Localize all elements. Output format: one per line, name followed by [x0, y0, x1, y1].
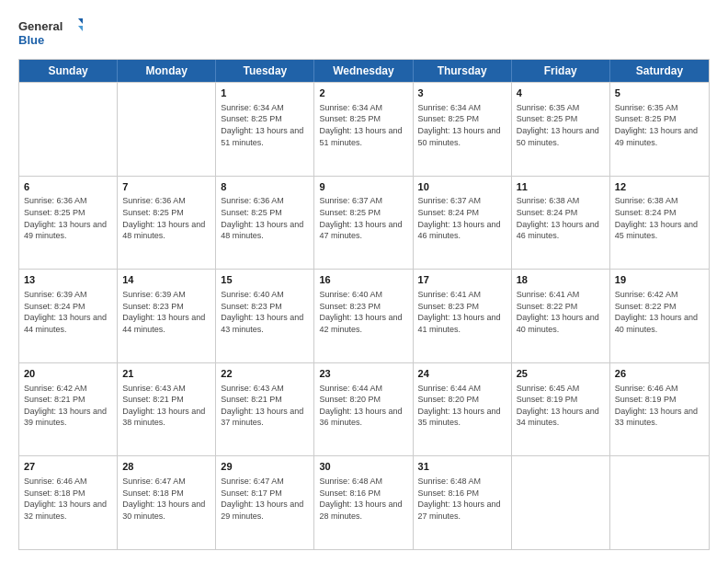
cell-info: Sunrise: 6:46 AMSunset: 8:19 PMDaylight:…	[615, 384, 698, 428]
cell-info: Sunrise: 6:47 AMSunset: 8:17 PMDaylight:…	[221, 477, 303, 521]
day-number: 22	[221, 367, 309, 381]
calendar-cell: 26 Sunrise: 6:46 AMSunset: 8:19 PMDaylig…	[610, 363, 709, 456]
calendar-cell: 19 Sunrise: 6:42 AMSunset: 8:22 PMDaylig…	[610, 270, 709, 362]
calendar-cell: 23 Sunrise: 6:44 AMSunset: 8:20 PMDaylig…	[314, 363, 413, 456]
calendar-cell: 2 Sunrise: 6:34 AMSunset: 8:25 PMDayligh…	[314, 83, 413, 176]
cell-info: Sunrise: 6:38 AMSunset: 8:24 PMDaylight:…	[615, 196, 698, 240]
calendar-cell: 30 Sunrise: 6:48 AMSunset: 8:16 PMDaylig…	[314, 456, 413, 549]
cell-info: Sunrise: 6:42 AMSunset: 8:22 PMDaylight:…	[615, 290, 698, 334]
calendar-cell: 29 Sunrise: 6:47 AMSunset: 8:17 PMDaylig…	[216, 456, 314, 549]
day-number: 27	[24, 460, 112, 474]
calendar-cell: 10 Sunrise: 6:37 AMSunset: 8:24 PMDaylig…	[414, 177, 512, 270]
calendar-header: SundayMondayTuesdayWednesdayThursdayFrid…	[19, 60, 709, 82]
cell-info: Sunrise: 6:36 AMSunset: 8:25 PMDaylight:…	[122, 196, 205, 240]
cell-info: Sunrise: 6:37 AMSunset: 8:25 PMDaylight:…	[319, 196, 402, 240]
calendar-cell: 28 Sunrise: 6:47 AMSunset: 8:18 PMDaylig…	[118, 456, 216, 549]
calendar-cell: 1 Sunrise: 6:34 AMSunset: 8:25 PMDayligh…	[216, 83, 314, 176]
day-number: 21	[122, 367, 210, 381]
calendar-cell	[19, 83, 118, 176]
calendar-body: 1 Sunrise: 6:34 AMSunset: 8:25 PMDayligh…	[19, 82, 709, 549]
cell-info: Sunrise: 6:47 AMSunset: 8:18 PMDaylight:…	[122, 477, 205, 521]
calendar-cell: 21 Sunrise: 6:43 AMSunset: 8:21 PMDaylig…	[118, 363, 216, 456]
cell-info: Sunrise: 6:45 AMSunset: 8:19 PMDaylight:…	[517, 384, 599, 428]
cell-info: Sunrise: 6:48 AMSunset: 8:16 PMDaylight:…	[418, 477, 501, 521]
cell-info: Sunrise: 6:39 AMSunset: 8:24 PMDaylight:…	[24, 290, 107, 334]
calendar-cell: 5 Sunrise: 6:35 AMSunset: 8:25 PMDayligh…	[610, 83, 709, 176]
calendar-cell: 8 Sunrise: 6:36 AMSunset: 8:25 PMDayligh…	[216, 177, 314, 270]
day-number: 11	[517, 180, 605, 194]
weekday-header: Thursday	[414, 60, 512, 82]
cell-info: Sunrise: 6:34 AMSunset: 8:25 PMDaylight:…	[319, 103, 402, 147]
calendar-cell: 15 Sunrise: 6:40 AMSunset: 8:23 PMDaylig…	[216, 270, 314, 362]
calendar-cell: 31 Sunrise: 6:48 AMSunset: 8:16 PMDaylig…	[414, 456, 512, 549]
cell-info: Sunrise: 6:37 AMSunset: 8:24 PMDaylight:…	[418, 196, 501, 240]
day-number: 20	[24, 367, 112, 381]
calendar: SundayMondayTuesdayWednesdayThursdayFrid…	[18, 59, 710, 550]
day-number: 6	[24, 180, 112, 194]
header: General Blue	[18, 17, 710, 50]
day-number: 18	[517, 273, 605, 287]
day-number: 31	[418, 460, 506, 474]
calendar-cell: 7 Sunrise: 6:36 AMSunset: 8:25 PMDayligh…	[118, 177, 216, 270]
cell-info: Sunrise: 6:43 AMSunset: 8:21 PMDaylight:…	[221, 384, 303, 428]
cell-info: Sunrise: 6:34 AMSunset: 8:25 PMDaylight:…	[221, 103, 303, 147]
logo: General Blue	[18, 17, 83, 50]
calendar-cell: 16 Sunrise: 6:40 AMSunset: 8:23 PMDaylig…	[314, 270, 413, 362]
calendar-cell: 25 Sunrise: 6:45 AMSunset: 8:19 PMDaylig…	[512, 363, 610, 456]
day-number: 15	[221, 273, 309, 287]
day-number: 17	[418, 273, 506, 287]
cell-info: Sunrise: 6:42 AMSunset: 8:21 PMDaylight:…	[24, 384, 107, 428]
calendar-row: 20 Sunrise: 6:42 AMSunset: 8:21 PMDaylig…	[19, 362, 709, 456]
calendar-cell	[610, 456, 709, 549]
page: General Blue SundayMondayTuesdayWednesda…	[0, 0, 728, 563]
day-number: 13	[24, 273, 112, 287]
cell-info: Sunrise: 6:35 AMSunset: 8:25 PMDaylight:…	[517, 103, 599, 147]
calendar-cell: 18 Sunrise: 6:41 AMSunset: 8:22 PMDaylig…	[512, 270, 610, 362]
day-number: 30	[319, 460, 407, 474]
cell-info: Sunrise: 6:34 AMSunset: 8:25 PMDaylight:…	[418, 103, 501, 147]
cell-info: Sunrise: 6:38 AMSunset: 8:24 PMDaylight:…	[517, 196, 599, 240]
cell-info: Sunrise: 6:46 AMSunset: 8:18 PMDaylight:…	[24, 477, 107, 521]
day-number: 8	[221, 180, 309, 194]
weekday-header: Sunday	[19, 60, 118, 82]
cell-info: Sunrise: 6:40 AMSunset: 8:23 PMDaylight:…	[221, 290, 303, 334]
day-number: 9	[319, 180, 407, 194]
day-number: 4	[517, 86, 605, 100]
day-number: 28	[122, 460, 210, 474]
calendar-cell: 17 Sunrise: 6:41 AMSunset: 8:23 PMDaylig…	[414, 270, 512, 362]
calendar-cell: 24 Sunrise: 6:44 AMSunset: 8:20 PMDaylig…	[414, 363, 512, 456]
cell-info: Sunrise: 6:41 AMSunset: 8:22 PMDaylight:…	[517, 290, 599, 334]
calendar-row: 1 Sunrise: 6:34 AMSunset: 8:25 PMDayligh…	[19, 82, 709, 176]
calendar-cell: 14 Sunrise: 6:39 AMSunset: 8:23 PMDaylig…	[118, 270, 216, 362]
day-number: 16	[319, 273, 407, 287]
calendar-cell	[512, 456, 610, 549]
day-number: 26	[615, 367, 704, 381]
weekday-header: Wednesday	[314, 60, 413, 82]
cell-info: Sunrise: 6:36 AMSunset: 8:25 PMDaylight:…	[24, 196, 107, 240]
cell-info: Sunrise: 6:43 AMSunset: 8:21 PMDaylight:…	[122, 384, 205, 428]
day-number: 10	[418, 180, 506, 194]
day-number: 25	[517, 367, 605, 381]
cell-info: Sunrise: 6:48 AMSunset: 8:16 PMDaylight:…	[319, 477, 402, 521]
calendar-row: 6 Sunrise: 6:36 AMSunset: 8:25 PMDayligh…	[19, 176, 709, 270]
day-number: 14	[122, 273, 210, 287]
calendar-row: 13 Sunrise: 6:39 AMSunset: 8:24 PMDaylig…	[19, 269, 709, 362]
day-number: 12	[615, 180, 704, 194]
svg-marker-2	[78, 18, 83, 24]
day-number: 3	[418, 86, 506, 100]
cell-info: Sunrise: 6:44 AMSunset: 8:20 PMDaylight:…	[418, 384, 501, 428]
calendar-cell: 12 Sunrise: 6:38 AMSunset: 8:24 PMDaylig…	[610, 177, 709, 270]
cell-info: Sunrise: 6:41 AMSunset: 8:23 PMDaylight:…	[418, 290, 501, 334]
logo-svg: General Blue	[18, 17, 83, 50]
cell-info: Sunrise: 6:44 AMSunset: 8:20 PMDaylight:…	[319, 384, 402, 428]
cell-info: Sunrise: 6:36 AMSunset: 8:25 PMDaylight:…	[221, 196, 303, 240]
day-number: 29	[221, 460, 309, 474]
weekday-header: Friday	[512, 60, 610, 82]
calendar-cell: 22 Sunrise: 6:43 AMSunset: 8:21 PMDaylig…	[216, 363, 314, 456]
day-number: 2	[319, 86, 407, 100]
svg-marker-3	[78, 26, 83, 31]
day-number: 24	[418, 367, 506, 381]
cell-info: Sunrise: 6:39 AMSunset: 8:23 PMDaylight:…	[122, 290, 205, 334]
cell-info: Sunrise: 6:40 AMSunset: 8:23 PMDaylight:…	[319, 290, 402, 334]
day-number: 1	[221, 86, 309, 100]
